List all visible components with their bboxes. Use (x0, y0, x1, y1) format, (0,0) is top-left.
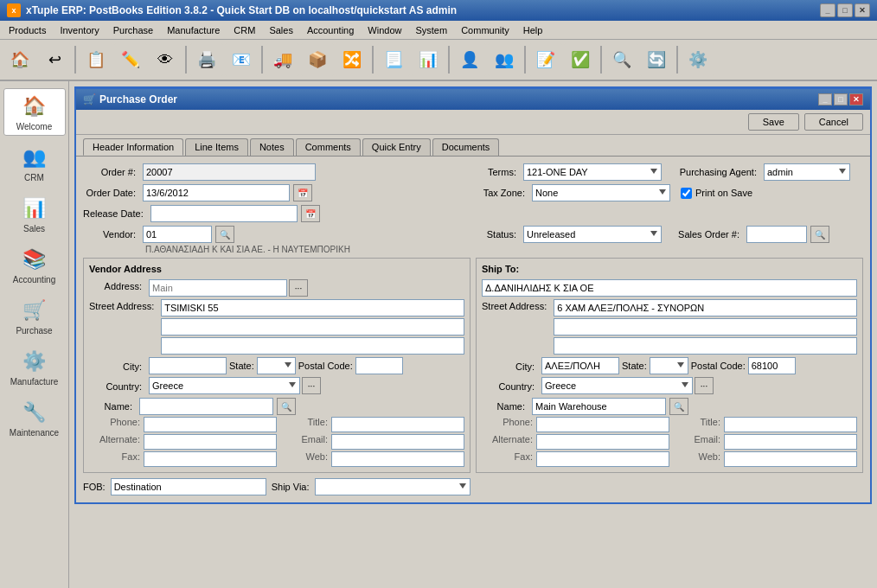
ship-country-select[interactable]: Greece (541, 377, 693, 394)
sidebar-item-sales[interactable]: 📊 Sales (3, 190, 66, 238)
toolbar-view[interactable]: 👁 (149, 43, 182, 76)
tax-zone-select[interactable]: None (532, 184, 670, 201)
dialog-close-btn[interactable]: ✕ (849, 93, 863, 105)
ship-postal-input[interactable] (748, 357, 796, 374)
purchasing-agent-select[interactable]: admin (764, 163, 850, 181)
ship-city-input[interactable] (541, 357, 619, 374)
toolbar-refresh[interactable]: 🔄 (640, 43, 673, 76)
vendor-address-input[interactable] (149, 279, 287, 297)
toolbar-ship[interactable]: 🚚 (266, 43, 299, 76)
vendor-phone-input[interactable] (144, 417, 277, 432)
close-btn[interactable]: ✕ (855, 3, 870, 17)
toolbar-print[interactable]: 🖨️ (190, 43, 223, 76)
menu-manufacture[interactable]: Manufacture (162, 23, 225, 37)
release-date-calendar-btn[interactable]: 📅 (301, 205, 320, 222)
sidebar-item-welcome[interactable]: 🏠 Welcome (3, 88, 66, 136)
toolbar-receive[interactable]: 📦 (301, 43, 334, 76)
ship-title-input[interactable] (724, 417, 857, 432)
toolbar-users[interactable]: 👥 (488, 43, 521, 76)
tab-quickentry[interactable]: Quick Entry (362, 138, 431, 156)
menu-help[interactable]: Help (518, 23, 548, 37)
sidebar-item-accounting[interactable]: 📚 Accounting (3, 241, 66, 289)
vendor-contact-lookup-btn[interactable]: 🔍 (277, 398, 296, 415)
maximize-btn[interactable]: □ (837, 3, 853, 17)
toolbar-email[interactable]: 📧 (225, 43, 258, 76)
cancel-button[interactable]: Cancel (804, 113, 863, 131)
tab-documents[interactable]: Documents (432, 138, 500, 156)
vendor-country-select[interactable]: Greece (149, 377, 300, 394)
tab-lineitems[interactable]: Line Items (185, 138, 248, 156)
menu-purchase[interactable]: Purchase (108, 23, 158, 37)
ship-web-input[interactable] (724, 451, 857, 467)
terms-select[interactable]: 121-ONE DAY (523, 163, 662, 181)
toolbar-edit[interactable]: ✏️ (114, 43, 147, 76)
minimize-btn[interactable]: _ (820, 3, 835, 17)
ship-name-line1-input[interactable] (482, 279, 857, 297)
menu-community[interactable]: Community (456, 23, 515, 37)
vendor-fax-input[interactable] (144, 451, 277, 467)
toolbar-settings[interactable]: ⚙️ (682, 43, 714, 76)
vendor-email-input[interactable] (331, 434, 464, 450)
tab-header[interactable]: Header Information (83, 138, 183, 156)
menu-crm[interactable]: CRM (228, 23, 260, 37)
toolbar-new[interactable]: 📋 (80, 43, 112, 76)
order-number-input[interactable] (143, 163, 316, 181)
tab-notes[interactable]: Notes (250, 138, 294, 156)
ship-contact-name-input[interactable] (532, 398, 666, 415)
menu-products[interactable]: Products (3, 23, 51, 37)
ship-street-line3[interactable] (554, 337, 857, 355)
ship-street-line1[interactable] (554, 299, 857, 316)
ship-contact-lookup-btn[interactable]: 🔍 (669, 398, 688, 415)
toolbar-list[interactable]: 📃 (377, 43, 410, 76)
dialog-minimize-btn[interactable]: _ (818, 93, 832, 105)
ship-fax-input[interactable] (536, 451, 669, 467)
toolbar-transfer[interactable]: 🔀 (336, 43, 368, 76)
vendor-lookup-btn[interactable]: 🔍 (215, 226, 234, 243)
fob-input[interactable] (111, 478, 266, 495)
ship-via-select[interactable] (315, 478, 471, 495)
ship-phone-input[interactable] (536, 417, 669, 432)
vendor-contact-name-input[interactable] (139, 398, 273, 415)
save-button[interactable]: Save (748, 113, 799, 131)
vendor-web-input[interactable] (331, 451, 464, 467)
ship-email-input[interactable] (724, 434, 857, 450)
ship-street-line2[interactable] (554, 318, 857, 336)
release-date-input[interactable] (150, 205, 298, 222)
vendor-street-line1[interactable] (161, 299, 464, 316)
ship-alternate-input[interactable] (536, 434, 669, 450)
vendor-state-select[interactable] (257, 357, 296, 374)
vendor-street-line2[interactable] (161, 318, 464, 336)
status-select[interactable]: Unreleased (523, 226, 662, 243)
menu-system[interactable]: System (410, 23, 452, 37)
vendor-title-input[interactable] (331, 417, 464, 432)
toolbar-tasks[interactable]: 📝 (529, 43, 562, 76)
toolbar-search[interactable]: 🔍 (605, 43, 638, 76)
sidebar-item-manufacture[interactable]: ⚙️ Manufacture (3, 343, 66, 391)
sidebar-item-purchase[interactable]: 🛒 Purchase (3, 292, 66, 340)
order-date-calendar-btn[interactable]: 📅 (293, 184, 312, 201)
vendor-alternate-input[interactable] (144, 434, 277, 450)
ship-country-ellipsis-btn[interactable]: ··· (695, 377, 714, 394)
vendor-address-ellipsis-btn[interactable]: ··· (289, 279, 308, 297)
vendor-postal-input[interactable] (355, 357, 403, 374)
vendor-city-input[interactable] (149, 357, 227, 374)
vendor-input[interactable] (143, 226, 212, 243)
sidebar-item-maintenance[interactable]: 🔧 Maintenance (3, 394, 66, 442)
sales-order-input[interactable] (746, 226, 807, 243)
menu-sales[interactable]: Sales (264, 23, 298, 37)
tab-comments[interactable]: Comments (296, 138, 361, 156)
menu-window[interactable]: Window (362, 23, 406, 37)
dialog-maximize-btn[interactable]: □ (834, 93, 848, 105)
ship-state-select[interactable] (650, 357, 688, 374)
order-date-input[interactable] (143, 184, 290, 201)
toolbar-report[interactable]: 📊 (412, 43, 445, 76)
sales-order-lookup-btn[interactable]: 🔍 (810, 226, 829, 243)
print-on-save-checkbox[interactable] (681, 188, 692, 199)
toolbar-approve[interactable]: ✅ (564, 43, 597, 76)
toolbar-back[interactable]: ↩ (38, 43, 71, 76)
menu-accounting[interactable]: Accounting (302, 23, 359, 37)
toolbar-contacts[interactable]: 👤 (453, 43, 486, 76)
vendor-country-ellipsis-btn[interactable]: ··· (302, 377, 321, 394)
menu-inventory[interactable]: Inventory (54, 23, 104, 37)
sidebar-item-crm[interactable]: 👥 CRM (3, 139, 66, 187)
